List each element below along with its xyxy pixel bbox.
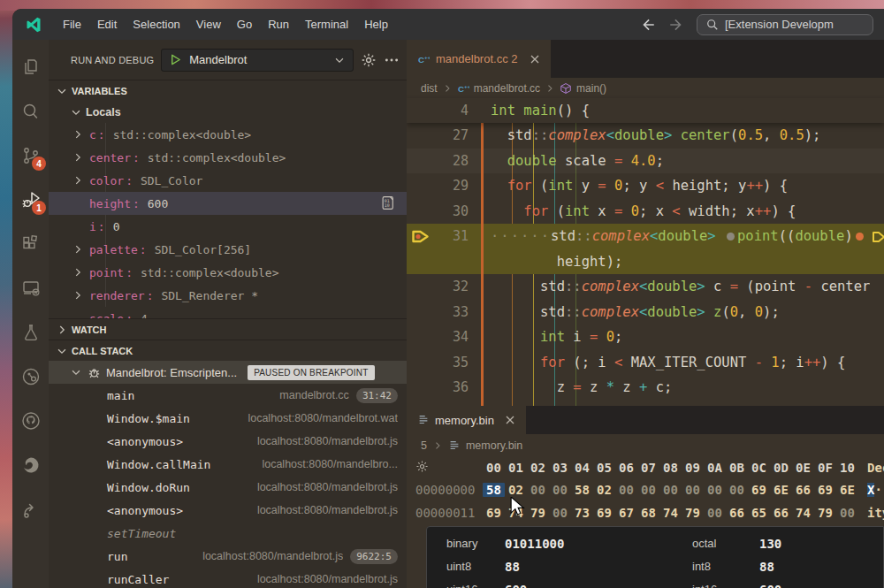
hex-byte-cell[interactable]: 00: [704, 483, 726, 497]
hex-byte-cell[interactable]: 00: [527, 483, 549, 497]
activity-live-share-icon[interactable]: [12, 489, 49, 530]
code-editor[interactable]: 27 std::complex<double> center(0.5, 0.5)…: [407, 123, 884, 406]
hex-settings-gear-icon[interactable]: [407, 460, 483, 476]
debug-session-row[interactable]: Mandelbrot: Emscripten... PAUSED ON BREA…: [49, 361, 407, 384]
breadcrumb[interactable]: distC++mandelbrot.ccmain(): [407, 78, 884, 98]
hex-byte-cell[interactable]: 00: [549, 483, 571, 497]
activity-code-map-icon[interactable]: [12, 356, 49, 397]
hex-byte-cell[interactable]: 66: [770, 506, 792, 520]
activity-debug-icon[interactable]: 1: [12, 179, 49, 220]
command-search-box[interactable]: [Extension Developm: [697, 14, 873, 35]
variable-row-point[interactable]: point:std::complex<double>: [49, 261, 407, 284]
forward-arrow-icon[interactable]: [668, 17, 684, 33]
line-gutter[interactable]: 32: [407, 274, 481, 300]
line-gutter[interactable]: 29: [407, 173, 481, 199]
tab-memory-bin[interactable]: memory.bin: [407, 406, 526, 434]
variable-row-c[interactable]: c:std::complex<double>: [49, 123, 407, 146]
variable-row-renderer[interactable]: renderer:SDL_Renderer *: [49, 284, 407, 307]
hex-byte-cell[interactable]: 69: [748, 483, 770, 497]
line-gutter[interactable]: 33: [407, 300, 481, 325]
activity-search-icon[interactable]: [12, 91, 49, 132]
hex-byte-cell[interactable]: 73: [571, 506, 593, 520]
call-stack-frame[interactable]: Window.doRunlocalhost:8080/mandelbrot.js: [49, 476, 407, 499]
breadcrumb-item[interactable]: mandelbrot.cc: [474, 82, 540, 95]
hex-byte-cell[interactable]: 66: [792, 483, 814, 497]
hex-byte-cell[interactable]: 68: [637, 506, 659, 520]
variable-row-i[interactable]: i:0: [49, 215, 407, 238]
hex-byte-cell[interactable]: 58: [483, 483, 505, 497]
activity-testing-icon[interactable]: [12, 312, 49, 353]
variable-row-center[interactable]: center:std::complex<double>: [49, 146, 407, 169]
hex-byte-cell[interactable]: 79: [527, 506, 549, 520]
start-debug-icon[interactable]: [169, 53, 182, 66]
breadcrumb-item[interactable]: memory.bin: [466, 439, 522, 452]
activity-source-control-icon[interactable]: 4: [12, 135, 49, 176]
line-gutter[interactable]: 36: [407, 375, 481, 401]
menu-run[interactable]: Run: [260, 13, 297, 35]
call-stack-frame[interactable]: setTimeout: [49, 522, 407, 545]
hex-byte-cell[interactable]: 74: [659, 506, 682, 520]
breadcrumb-item[interactable]: main(): [576, 82, 606, 95]
breadcrumb-item[interactable]: dist: [421, 82, 438, 95]
menu-file[interactable]: File: [55, 13, 89, 35]
hex-byte-cell[interactable]: 00: [726, 483, 748, 497]
menu-terminal[interactable]: Terminal: [297, 13, 356, 35]
call-stack-frame[interactable]: runCallerlocalhost:8080/mandelbrot.js: [49, 568, 407, 588]
hex-byte-cell[interactable]: 69: [483, 506, 505, 520]
hex-byte-cell[interactable]: 67: [615, 506, 637, 520]
hex-byte-cell[interactable]: 00: [704, 506, 726, 520]
close-icon[interactable]: [528, 52, 542, 66]
tab-mandelbrot-cc[interactable]: C++ mandelbrot.cc 2: [407, 40, 551, 78]
breadcrumb-item[interactable]: 5: [421, 439, 427, 452]
more-actions-icon[interactable]: [384, 52, 400, 68]
breakpoint-paused-icon[interactable]: [411, 230, 430, 243]
menu-view[interactable]: View: [188, 13, 229, 35]
menu-edit[interactable]: Edit: [89, 13, 125, 35]
hex-byte-cell[interactable]: 74: [792, 506, 814, 520]
activity-github-icon[interactable]: [12, 401, 49, 441]
variable-row-height[interactable]: height:6000110: [49, 192, 407, 215]
hex-byte-cell[interactable]: 79: [682, 506, 704, 520]
menu-selection[interactable]: Selection: [125, 13, 187, 35]
hex-byte-cell[interactable]: 02: [505, 483, 527, 497]
hex-byte-cell[interactable]: 6E: [770, 483, 792, 497]
call-stack-frame[interactable]: runlocalhost:8080/mandelbrot.js9622:5: [49, 545, 407, 568]
hex-byte-cell[interactable]: 00: [682, 483, 704, 497]
hex-byte-cell[interactable]: 02: [593, 483, 615, 497]
hex-byte-cell[interactable]: 00: [659, 483, 682, 497]
line-gutter[interactable]: 34: [407, 325, 481, 350]
hex-byte-cell[interactable]: 00: [549, 506, 571, 520]
gear-icon[interactable]: [361, 52, 377, 68]
sticky-scroll-line[interactable]: 4int main() {: [407, 98, 884, 123]
hex-byte-cell[interactable]: 00: [615, 483, 637, 497]
call-stack-frame[interactable]: Window.callMainlocalhost:8080/mandelbro.…: [49, 453, 407, 476]
hex-byte-cell[interactable]: 65: [748, 506, 770, 520]
hex-byte-cell[interactable]: 6E: [836, 483, 858, 497]
activity-edge-devtools-icon[interactable]: [12, 445, 49, 485]
call-stack-section-header[interactable]: CALL STACK: [49, 340, 407, 361]
call-stack-frame[interactable]: Window.$mainlocalhost:8080/mandelbrot.wa…: [49, 407, 407, 430]
hex-byte-cell[interactable]: 66: [726, 506, 748, 520]
menu-help[interactable]: Help: [356, 13, 396, 35]
back-arrow-icon[interactable]: [640, 17, 656, 33]
menu-go[interactable]: Go: [229, 13, 260, 35]
line-gutter[interactable]: 4: [407, 98, 481, 124]
line-gutter[interactable]: 31: [407, 224, 481, 249]
call-stack-frame[interactable]: <anonymous>localhost:8080/mandelbrot.js: [49, 430, 407, 453]
line-gutter[interactable]: 30: [407, 199, 481, 225]
activity-extensions-icon[interactable]: [12, 224, 49, 264]
line-gutter[interactable]: 37: [407, 401, 481, 407]
line-gutter[interactable]: 28: [407, 149, 481, 174]
hex-byte-cell[interactable]: 58: [571, 483, 593, 497]
hex-byte-cell[interactable]: 00: [637, 483, 659, 497]
hex-byte-cell[interactable]: 69: [814, 483, 836, 497]
watch-section-header[interactable]: WATCH: [49, 318, 407, 340]
launch-config-dropdown[interactable]: Mandelbrot: [161, 49, 354, 72]
line-gutter[interactable]: 35: [407, 350, 481, 376]
hex-byte-cell[interactable]: 69: [593, 506, 615, 520]
hex-byte-cell[interactable]: 00: [836, 506, 858, 520]
call-stack-frame[interactable]: mainmandelbrot.cc31:42: [49, 384, 407, 407]
call-stack-frame[interactable]: <anonymous>localhost:8080/mandelbrot.js: [49, 499, 407, 522]
close-icon[interactable]: [503, 413, 517, 427]
view-binary-icon[interactable]: 0110: [381, 195, 396, 213]
